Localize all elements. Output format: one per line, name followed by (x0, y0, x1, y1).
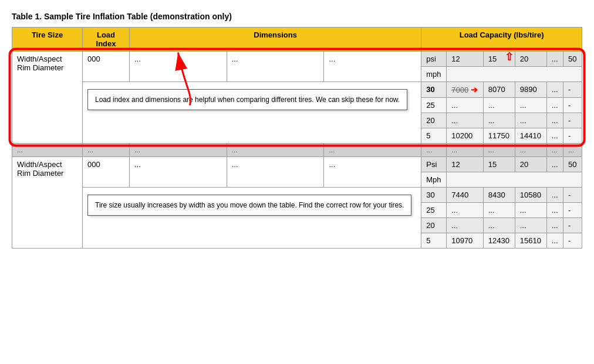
cell-s2-speed-25: 25 (421, 203, 447, 218)
cell-dim1-2: ... (130, 157, 227, 188)
cell-12-2: 12 (447, 157, 484, 172)
cell-tire-size-2: Width/Aspect Rim Diameter (12, 157, 83, 249)
cell-tooltip-span: Load index and dimensions are helpful wh… (83, 82, 421, 144)
cell-20-20: ... (515, 113, 546, 128)
cell-s2-25-12: ... (447, 203, 484, 218)
cell-s2-20-dash: - (563, 218, 582, 233)
cell-20-dash: - (563, 113, 582, 128)
cell-dim3-1: ... (324, 52, 421, 82)
cell-s2-30-20: 10580 (515, 188, 546, 203)
cell-s2-speed-20: 20 (421, 218, 447, 233)
cell-5-12: 10200 (447, 128, 484, 144)
strikethrough-value: 7000 (451, 86, 468, 94)
cell-speed-20: 20 (421, 113, 447, 128)
width-aspect-label: Width/Aspect (17, 55, 77, 63)
cell-load-index-2: 000 (83, 157, 130, 188)
cell-50-2: 50 (563, 157, 582, 172)
cell-mph-label: mph (421, 67, 447, 82)
cell-s2-30-dash: - (563, 188, 582, 203)
section2-speed30-row: Tire size usually increases by width as … (12, 188, 582, 203)
cell-20-1: 20 (515, 52, 546, 67)
sep-v1: ... (447, 144, 484, 157)
sep-col2: ... (83, 144, 130, 157)
cell-s2-speed-30: 30 (421, 188, 447, 203)
cell-15-1: 15 ⇧ (483, 52, 515, 67)
cell-25-dots: ... (546, 98, 563, 113)
cell-s2-speed-5: 5 (421, 233, 447, 249)
cell-5-20: 14410 (515, 128, 546, 144)
cell-dim2-2: ... (227, 157, 324, 188)
cell-speed-30: 30 (421, 82, 447, 98)
cell-s2-20-dots: ... (546, 218, 563, 233)
section2-header-row: Width/Aspect Rim Diameter 000 ... ... ..… (12, 157, 582, 172)
cell-s2-20-20: ... (515, 218, 546, 233)
cell-s2-25-20: ... (515, 203, 546, 218)
cell-12-1: 12 (447, 52, 484, 67)
sep-col4: ... (227, 144, 324, 157)
cell-30-12: 7000 ➔ (447, 82, 484, 98)
cell-mph-label-2: Mph (421, 172, 447, 188)
cell-tire-size-1: Width/Aspect Rim Diameter (12, 52, 83, 144)
width-aspect-label-2: Width/Aspect (17, 160, 77, 169)
cell-25-12: ... (447, 98, 484, 113)
cell-s2-5-12: 10970 (447, 233, 484, 249)
cell-30-dash: - (563, 82, 582, 98)
cell-30-15: 8070 (483, 82, 515, 98)
cell-s2-25-dash: - (563, 203, 582, 218)
cell-tooltip-span-2: Tire size usually increases by width as … (83, 188, 421, 249)
sep-col5: ... (324, 144, 421, 157)
cell-s2-5-dash: - (563, 233, 582, 249)
header-load-capacity: Load Capacity (lbs/tire) (421, 28, 582, 52)
cell-s2-30-12: 7440 (447, 188, 484, 203)
cell-s2-20-15: ... (483, 218, 515, 233)
cell-psi-label-2: Psi (421, 157, 447, 172)
sep-col3: ... (130, 144, 227, 157)
sep-v5: ... (563, 144, 582, 157)
cell-20-15: ... (483, 113, 515, 128)
sep-psi: ... (421, 144, 447, 157)
table-header-row: Tire Size Load Index Dimensions Load Cap… (12, 28, 582, 52)
cell-20-dots: ... (546, 113, 563, 128)
cell-5-dash: - (563, 128, 582, 144)
cell-25-20: ... (515, 98, 546, 113)
cell-speed-5: 5 (421, 128, 447, 144)
cell-psi-label-1: psi (421, 52, 447, 67)
sep-v2: ... (483, 144, 515, 157)
cell-s2-5-dots: ... (546, 233, 563, 249)
tooltip-box-1: Load index and dimensions are helpful wh… (87, 89, 407, 110)
cell-s2-20-12: ... (447, 218, 484, 233)
page-title: Table 1. Sample Tire Inflation Table (de… (12, 12, 582, 21)
cell-s2-25-15: ... (483, 203, 515, 218)
cell-dim1-1: ... (130, 52, 227, 82)
cell-20-12: ... (447, 113, 484, 128)
cell-5-15: 11750 (483, 128, 515, 144)
header-dimensions: Dimensions (130, 28, 421, 52)
section1-header-row: Width/Aspect Rim Diameter 000 ... ... ..… (12, 52, 582, 67)
cell-30-20: 9890 (515, 82, 546, 98)
cell-mph-empty-2 (447, 172, 582, 188)
cell-s2-5-20: 15610 (515, 233, 546, 249)
cell-s2-30-dots: ... (546, 188, 563, 203)
header-load-index: Load Index (83, 28, 130, 52)
red-arrow-icon: ⇧ (505, 50, 514, 63)
cell-5-dots: ... (546, 128, 563, 144)
tooltip-box-2: Tire size usually increases by width as … (87, 195, 411, 216)
header-tire-size: Tire Size (12, 28, 83, 52)
cell-s2-30-15: 8430 (483, 188, 515, 203)
cell-mph-empty (447, 67, 582, 82)
sep-v3: ... (515, 144, 546, 157)
cell-15-2: 15 (483, 157, 515, 172)
sep-col1: ... (12, 144, 83, 157)
cell-dim2-1: ... (227, 52, 324, 82)
cell-dots-1: ... (546, 52, 563, 67)
main-table: Tire Size Load Index Dimensions Load Cap… (12, 27, 582, 249)
right-arrow-icon: ➔ (471, 85, 478, 94)
cell-50-1: 50 (563, 52, 582, 67)
cell-s2-5-15: 12430 (483, 233, 515, 249)
cell-load-index-1: 000 (83, 52, 130, 82)
cell-30-dots: ... (546, 82, 563, 98)
rim-diameter-label: Rim Diameter (17, 63, 77, 72)
rim-diameter-label-2: Rim Diameter (17, 169, 77, 178)
cell-25-15: ... (483, 98, 515, 113)
cell-s2-25-dots: ... (546, 203, 563, 218)
